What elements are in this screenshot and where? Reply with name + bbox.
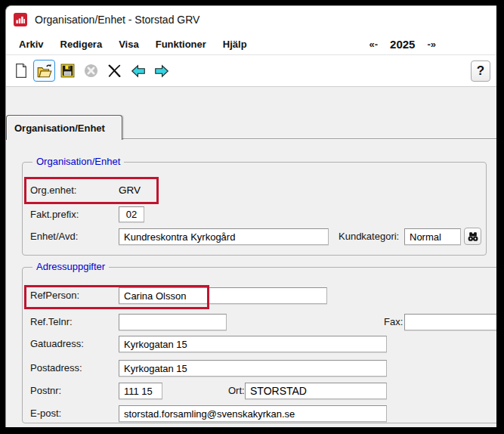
window-title: Organisation/Enhet - Storstad GRV <box>35 14 199 26</box>
fakt-prefix-label: Fakt.prefix: <box>30 209 79 221</box>
enhet-avd-input[interactable] <box>119 228 329 245</box>
ort-input[interactable] <box>245 383 387 399</box>
save-button[interactable] <box>57 60 79 82</box>
menu-hjalp[interactable]: Hjälp <box>215 36 255 52</box>
new-document-icon <box>13 63 29 79</box>
binoculars-icon <box>467 231 479 243</box>
ref-person-input[interactable] <box>119 287 327 304</box>
group-organisation-enhet: Organisation/Enhet Org.enhet: GRV Fakt.p… <box>22 162 487 256</box>
arrow-right-icon <box>153 63 170 79</box>
fakt-prefix-input[interactable] <box>119 206 144 222</box>
kundkategori-search-button[interactable] <box>464 228 481 245</box>
next-button[interactable] <box>150 60 172 82</box>
cancel-button-disabled <box>80 60 102 82</box>
arrow-left-icon <box>130 63 147 79</box>
group-adressuppgifter-title: Adressuppgifter <box>32 261 109 272</box>
ref-telnr-input[interactable] <box>119 314 227 330</box>
enhet-avd-label: Enhet/Avd: <box>30 231 78 243</box>
year-navigation: «- 2025 -» <box>369 33 437 54</box>
epost-input[interactable] <box>119 405 387 422</box>
previous-button[interactable] <box>127 60 149 82</box>
year-next-button[interactable]: -» <box>427 39 436 50</box>
org-enhet-value: GRV <box>119 184 141 197</box>
delete-button[interactable] <box>104 60 125 82</box>
ref-telnr-label: Ref.Telnr: <box>30 316 73 328</box>
postadress-input[interactable] <box>119 360 387 377</box>
delete-x-icon <box>107 63 122 79</box>
menu-redigera[interactable]: Redigera <box>52 36 111 52</box>
app-window: Organisation/Enhet - Storstad GRV Arkiv … <box>5 5 496 427</box>
toolbar: ? <box>6 54 496 87</box>
year-value: 2025 <box>390 38 415 51</box>
cancel-circle-icon <box>83 63 99 79</box>
ref-person-label: RefPerson: <box>30 290 79 302</box>
gatuadress-label: Gatuadress: <box>30 338 84 350</box>
bar-chart-app-icon <box>14 13 27 26</box>
org-enhet-label: Org.enhet: <box>30 184 76 197</box>
postadress-label: Postadress: <box>30 362 82 374</box>
menu-arkiv[interactable]: Arkiv <box>11 36 52 52</box>
screenshot-frame: Organisation/Enhet - Storstad GRV Arkiv … <box>0 0 504 434</box>
help-button[interactable]: ? <box>471 60 490 82</box>
open-button[interactable] <box>33 60 55 82</box>
ort-label: Ort: <box>228 385 245 397</box>
group-adressuppgifter: Adressuppgifter RefPerson: Ref.Telnr: Fa… <box>22 267 496 423</box>
epost-label: E-post: <box>30 408 61 420</box>
save-floppy-icon <box>60 63 76 79</box>
menu-visa[interactable]: Visa <box>110 36 147 52</box>
kundkategori-label: Kundkategori: <box>339 231 399 243</box>
fax-label: Fax: <box>384 316 403 328</box>
open-folder-icon <box>36 63 53 79</box>
kundkategori-input[interactable] <box>404 228 461 245</box>
gatuadress-input[interactable] <box>119 336 387 352</box>
tab-organisation-enhet[interactable]: Organisation/Enhet <box>6 115 122 140</box>
postnr-input[interactable] <box>119 383 162 399</box>
new-document-button[interactable] <box>10 60 32 82</box>
postnr-label: Postnr: <box>30 385 61 397</box>
menu-funktioner[interactable]: Funktioner <box>147 36 215 52</box>
group-organisation-enhet-title: Organisation/Enhet <box>32 156 124 167</box>
fax-input[interactable] <box>404 314 496 330</box>
year-prev-button[interactable]: «- <box>369 39 379 50</box>
title-bar: Organisation/Enhet - Storstad GRV <box>6 6 496 33</box>
